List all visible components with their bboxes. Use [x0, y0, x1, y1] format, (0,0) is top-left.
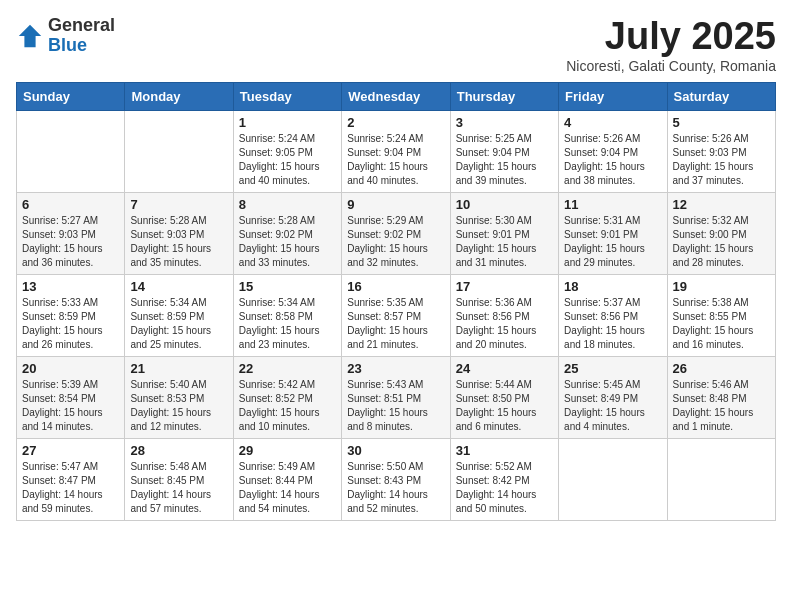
calendar-table: SundayMondayTuesdayWednesdayThursdayFrid… — [16, 82, 776, 521]
day-number: 10 — [456, 197, 553, 212]
logo-icon — [16, 22, 44, 50]
day-info: Sunrise: 5:25 AM Sunset: 9:04 PM Dayligh… — [456, 132, 553, 188]
calendar-cell: 28Sunrise: 5:48 AM Sunset: 8:45 PM Dayli… — [125, 438, 233, 520]
calendar-cell: 3Sunrise: 5:25 AM Sunset: 9:04 PM Daylig… — [450, 110, 558, 192]
logo-general: General — [48, 16, 115, 36]
calendar-cell: 25Sunrise: 5:45 AM Sunset: 8:49 PM Dayli… — [559, 356, 667, 438]
day-number: 14 — [130, 279, 227, 294]
title-block: July 2025 Nicoresti, Galati County, Roma… — [566, 16, 776, 74]
day-info: Sunrise: 5:33 AM Sunset: 8:59 PM Dayligh… — [22, 296, 119, 352]
day-info: Sunrise: 5:27 AM Sunset: 9:03 PM Dayligh… — [22, 214, 119, 270]
calendar-cell: 19Sunrise: 5:38 AM Sunset: 8:55 PM Dayli… — [667, 274, 775, 356]
day-info: Sunrise: 5:50 AM Sunset: 8:43 PM Dayligh… — [347, 460, 444, 516]
day-info: Sunrise: 5:34 AM Sunset: 8:58 PM Dayligh… — [239, 296, 336, 352]
day-number: 9 — [347, 197, 444, 212]
day-info: Sunrise: 5:46 AM Sunset: 8:48 PM Dayligh… — [673, 378, 770, 434]
day-info: Sunrise: 5:38 AM Sunset: 8:55 PM Dayligh… — [673, 296, 770, 352]
day-number: 12 — [673, 197, 770, 212]
day-number: 6 — [22, 197, 119, 212]
calendar-cell: 7Sunrise: 5:28 AM Sunset: 9:03 PM Daylig… — [125, 192, 233, 274]
day-of-week-header: Sunday — [17, 82, 125, 110]
day-number: 8 — [239, 197, 336, 212]
day-info: Sunrise: 5:26 AM Sunset: 9:04 PM Dayligh… — [564, 132, 661, 188]
day-info: Sunrise: 5:42 AM Sunset: 8:52 PM Dayligh… — [239, 378, 336, 434]
day-of-week-header: Saturday — [667, 82, 775, 110]
calendar-cell: 26Sunrise: 5:46 AM Sunset: 8:48 PM Dayli… — [667, 356, 775, 438]
svg-marker-0 — [19, 25, 41, 47]
calendar-cell: 2Sunrise: 5:24 AM Sunset: 9:04 PM Daylig… — [342, 110, 450, 192]
day-info: Sunrise: 5:48 AM Sunset: 8:45 PM Dayligh… — [130, 460, 227, 516]
calendar-cell — [559, 438, 667, 520]
day-number: 13 — [22, 279, 119, 294]
calendar-cell: 21Sunrise: 5:40 AM Sunset: 8:53 PM Dayli… — [125, 356, 233, 438]
day-info: Sunrise: 5:49 AM Sunset: 8:44 PM Dayligh… — [239, 460, 336, 516]
day-info: Sunrise: 5:39 AM Sunset: 8:54 PM Dayligh… — [22, 378, 119, 434]
calendar-cell — [125, 110, 233, 192]
day-info: Sunrise: 5:52 AM Sunset: 8:42 PM Dayligh… — [456, 460, 553, 516]
location-subtitle: Nicoresti, Galati County, Romania — [566, 58, 776, 74]
day-number: 17 — [456, 279, 553, 294]
logo: General Blue — [16, 16, 115, 56]
day-number: 29 — [239, 443, 336, 458]
day-number: 27 — [22, 443, 119, 458]
day-info: Sunrise: 5:28 AM Sunset: 9:03 PM Dayligh… — [130, 214, 227, 270]
logo-text: General Blue — [48, 16, 115, 56]
calendar-cell: 16Sunrise: 5:35 AM Sunset: 8:57 PM Dayli… — [342, 274, 450, 356]
calendar-cell: 20Sunrise: 5:39 AM Sunset: 8:54 PM Dayli… — [17, 356, 125, 438]
day-number: 1 — [239, 115, 336, 130]
calendar-cell: 11Sunrise: 5:31 AM Sunset: 9:01 PM Dayli… — [559, 192, 667, 274]
day-number: 24 — [456, 361, 553, 376]
calendar-cell: 29Sunrise: 5:49 AM Sunset: 8:44 PM Dayli… — [233, 438, 341, 520]
day-number: 19 — [673, 279, 770, 294]
day-number: 7 — [130, 197, 227, 212]
calendar-cell: 18Sunrise: 5:37 AM Sunset: 8:56 PM Dayli… — [559, 274, 667, 356]
calendar-week-row: 6Sunrise: 5:27 AM Sunset: 9:03 PM Daylig… — [17, 192, 776, 274]
calendar-cell: 9Sunrise: 5:29 AM Sunset: 9:02 PM Daylig… — [342, 192, 450, 274]
day-number: 22 — [239, 361, 336, 376]
calendar-cell: 1Sunrise: 5:24 AM Sunset: 9:05 PM Daylig… — [233, 110, 341, 192]
day-info: Sunrise: 5:44 AM Sunset: 8:50 PM Dayligh… — [456, 378, 553, 434]
day-number: 15 — [239, 279, 336, 294]
day-number: 25 — [564, 361, 661, 376]
calendar-week-row: 13Sunrise: 5:33 AM Sunset: 8:59 PM Dayli… — [17, 274, 776, 356]
day-of-week-header: Thursday — [450, 82, 558, 110]
day-info: Sunrise: 5:32 AM Sunset: 9:00 PM Dayligh… — [673, 214, 770, 270]
calendar-cell: 27Sunrise: 5:47 AM Sunset: 8:47 PM Dayli… — [17, 438, 125, 520]
day-info: Sunrise: 5:24 AM Sunset: 9:04 PM Dayligh… — [347, 132, 444, 188]
calendar-cell: 31Sunrise: 5:52 AM Sunset: 8:42 PM Dayli… — [450, 438, 558, 520]
day-of-week-header: Tuesday — [233, 82, 341, 110]
calendar-cell: 17Sunrise: 5:36 AM Sunset: 8:56 PM Dayli… — [450, 274, 558, 356]
day-info: Sunrise: 5:26 AM Sunset: 9:03 PM Dayligh… — [673, 132, 770, 188]
day-of-week-header: Friday — [559, 82, 667, 110]
calendar-cell — [667, 438, 775, 520]
calendar-header-row: SundayMondayTuesdayWednesdayThursdayFrid… — [17, 82, 776, 110]
day-info: Sunrise: 5:43 AM Sunset: 8:51 PM Dayligh… — [347, 378, 444, 434]
day-number: 11 — [564, 197, 661, 212]
day-info: Sunrise: 5:40 AM Sunset: 8:53 PM Dayligh… — [130, 378, 227, 434]
day-info: Sunrise: 5:47 AM Sunset: 8:47 PM Dayligh… — [22, 460, 119, 516]
day-info: Sunrise: 5:36 AM Sunset: 8:56 PM Dayligh… — [456, 296, 553, 352]
day-info: Sunrise: 5:31 AM Sunset: 9:01 PM Dayligh… — [564, 214, 661, 270]
calendar-cell: 14Sunrise: 5:34 AM Sunset: 8:59 PM Dayli… — [125, 274, 233, 356]
calendar-cell: 10Sunrise: 5:30 AM Sunset: 9:01 PM Dayli… — [450, 192, 558, 274]
day-number: 16 — [347, 279, 444, 294]
calendar-cell: 13Sunrise: 5:33 AM Sunset: 8:59 PM Dayli… — [17, 274, 125, 356]
day-info: Sunrise: 5:29 AM Sunset: 9:02 PM Dayligh… — [347, 214, 444, 270]
logo-blue: Blue — [48, 36, 115, 56]
day-number: 26 — [673, 361, 770, 376]
calendar-cell: 23Sunrise: 5:43 AM Sunset: 8:51 PM Dayli… — [342, 356, 450, 438]
calendar-cell: 5Sunrise: 5:26 AM Sunset: 9:03 PM Daylig… — [667, 110, 775, 192]
calendar-cell: 12Sunrise: 5:32 AM Sunset: 9:00 PM Dayli… — [667, 192, 775, 274]
calendar-cell: 6Sunrise: 5:27 AM Sunset: 9:03 PM Daylig… — [17, 192, 125, 274]
day-info: Sunrise: 5:24 AM Sunset: 9:05 PM Dayligh… — [239, 132, 336, 188]
day-number: 5 — [673, 115, 770, 130]
day-number: 31 — [456, 443, 553, 458]
calendar-cell: 30Sunrise: 5:50 AM Sunset: 8:43 PM Dayli… — [342, 438, 450, 520]
day-of-week-header: Monday — [125, 82, 233, 110]
day-number: 20 — [22, 361, 119, 376]
day-number: 2 — [347, 115, 444, 130]
day-of-week-header: Wednesday — [342, 82, 450, 110]
calendar-cell: 8Sunrise: 5:28 AM Sunset: 9:02 PM Daylig… — [233, 192, 341, 274]
day-number: 21 — [130, 361, 227, 376]
day-number: 30 — [347, 443, 444, 458]
